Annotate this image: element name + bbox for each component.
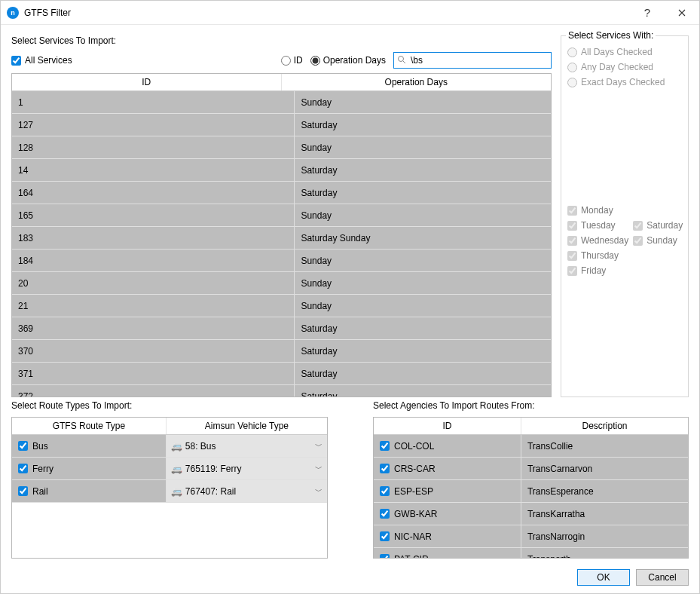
agencies-body[interactable]: COL-COLTransCollieCRS-CARTransCarnarvonE…: [374, 435, 688, 558]
service-days-cell: Sunday: [295, 204, 551, 226]
table-row[interactable]: 127Saturday: [12, 114, 551, 136]
table-row[interactable]: ESP-ESPTransEsperance: [374, 480, 688, 503]
agency-id-cell[interactable]: COL-COL: [374, 435, 521, 457]
agency-id-text: PAT-CIR: [394, 554, 429, 559]
agency-checkbox[interactable]: [380, 441, 390, 451]
service-days-cell: Saturday: [295, 317, 551, 339]
cancel-button[interactable]: Cancel: [636, 569, 689, 586]
service-id-cell: 184: [12, 250, 295, 271]
service-id-cell: 14: [12, 159, 295, 181]
table-row[interactable]: 184Sunday: [12, 250, 551, 272]
aimsun-type-combo[interactable]: 🚐58: Bus﹀: [167, 435, 327, 457]
agency-checkbox[interactable]: [380, 509, 390, 519]
ok-button[interactable]: OK: [577, 569, 630, 586]
table-row[interactable]: NIC-NARTransNarrogin: [374, 525, 688, 548]
friday-checkbox[interactable]: Friday: [567, 265, 628, 276]
radio-id-input[interactable]: [281, 56, 291, 66]
table-row[interactable]: 165Sunday: [12, 204, 551, 227]
table-row[interactable]: 183Saturday Sunday: [12, 227, 551, 250]
table-row[interactable]: 371Saturday: [12, 363, 551, 385]
sunday-checkbox[interactable]: Sunday: [633, 235, 683, 246]
col-agency-desc-header[interactable]: Description: [521, 418, 688, 434]
all-days-checked-radio[interactable]: All Days Checked: [567, 47, 682, 57]
col-id-header[interactable]: ID: [12, 74, 282, 90]
table-row[interactable]: CRS-CARTransCarnarvon: [374, 458, 688, 480]
route-type-cell[interactable]: Bus: [12, 435, 167, 457]
aimsun-type-value: 58: Bus: [185, 441, 216, 452]
agency-checkbox[interactable]: [380, 464, 390, 473]
search-by-id-radio[interactable]: ID: [281, 55, 303, 66]
search-input[interactable]: [409, 54, 548, 66]
table-row[interactable]: 1Sunday: [12, 91, 551, 114]
col-agency-id-header[interactable]: ID: [374, 418, 521, 434]
service-days-cell: Saturday: [295, 182, 551, 204]
tuesday-checkbox[interactable]: Tuesday: [567, 220, 628, 231]
agency-checkbox[interactable]: [380, 554, 390, 558]
thursday-checkbox[interactable]: Thursday: [567, 250, 628, 261]
table-row[interactable]: GWB-KARTransKarratha: [374, 503, 688, 525]
table-row[interactable]: 372Saturday: [12, 385, 551, 397]
table-row[interactable]: 164Saturday: [12, 182, 551, 204]
services-table: ID Operation Days 1Sunday127Saturday128S…: [11, 73, 552, 397]
route-types-panel: Select Route Types To Import: GTFS Route…: [11, 400, 328, 559]
any-day-checked-radio[interactable]: Any Day Checked: [567, 62, 682, 72]
saturday-checkbox[interactable]: Saturday: [633, 220, 683, 231]
wednesday-checkbox[interactable]: Wednesday: [567, 235, 628, 246]
col-aimsun-type-header[interactable]: Aimsun Vehicle Type: [167, 418, 327, 434]
route-type-checkbox[interactable]: [18, 486, 28, 496]
route-type-cell[interactable]: Rail: [12, 480, 167, 502]
all-services-checkbox[interactable]: All Services: [11, 55, 72, 66]
agency-id-cell[interactable]: ESP-ESP: [374, 480, 521, 502]
vehicle-icon: 🚐: [171, 441, 182, 452]
table-row[interactable]: 14Saturday: [12, 159, 551, 182]
agency-id-text: ESP-ESP: [394, 486, 433, 497]
route-type-checkbox[interactable]: [18, 441, 28, 451]
services-table-body[interactable]: 1Sunday127Saturday128Sunday14Saturday164…: [12, 91, 551, 397]
days-grid: Monday Tuesday Saturday Wednesday Sunday…: [567, 205, 682, 276]
col-opdays-header[interactable]: Operation Days: [282, 74, 552, 90]
agency-id-cell[interactable]: NIC-NAR: [374, 525, 521, 547]
route-types-body[interactable]: Bus🚐58: Bus﹀Ferry🚐765119: Ferry﹀Rail🚐767…: [12, 435, 327, 558]
search-box[interactable]: [393, 52, 552, 69]
dialog-window: n GTFS Filter ? Select Services To Impor…: [0, 0, 700, 594]
search-by-opdays-radio[interactable]: Operation Days: [310, 55, 386, 66]
close-button[interactable]: [665, 1, 699, 25]
all-services-input[interactable]: [11, 56, 21, 66]
monday-checkbox[interactable]: Monday: [567, 205, 628, 216]
radio-opdays-input[interactable]: [310, 56, 320, 66]
dialog-footer: OK Cancel: [1, 565, 699, 593]
aimsun-type-combo[interactable]: 🚐767407: Rail﹀: [167, 480, 327, 502]
aimsun-type-combo[interactable]: 🚐765119: Ferry﹀: [167, 458, 327, 479]
route-type-checkbox[interactable]: [18, 464, 28, 473]
service-days-cell: Sunday: [295, 91, 551, 113]
col-gtfs-type-header[interactable]: GTFS Route Type: [12, 418, 167, 434]
services-with-label: Select Services With:: [566, 30, 656, 41]
title-bar: n GTFS Filter ?: [1, 1, 699, 25]
agencies-head: ID Description: [374, 418, 688, 435]
table-row[interactable]: 21Sunday: [12, 295, 551, 317]
service-id-cell: 372: [12, 385, 295, 397]
table-row[interactable]: 369Saturday: [12, 317, 551, 340]
help-button[interactable]: ?: [630, 1, 665, 25]
route-type-cell[interactable]: Ferry: [12, 458, 167, 479]
table-row[interactable]: 370Saturday: [12, 340, 551, 363]
agencies-label: Select Agencies To Import Routes From:: [373, 400, 689, 411]
table-row[interactable]: PAT-CIRTransperth: [374, 548, 688, 558]
services-with-radios: All Days Checked Any Day Checked Exact D…: [567, 47, 682, 87]
agency-checkbox[interactable]: [380, 486, 390, 496]
table-row[interactable]: 20Sunday: [12, 272, 551, 295]
service-days-cell: Saturday: [295, 385, 551, 397]
agency-desc-cell: TransCarnarvon: [521, 458, 688, 479]
table-row[interactable]: 128Sunday: [12, 136, 551, 159]
exact-days-checked-radio[interactable]: Exact Days Checked: [567, 77, 682, 87]
radio-icon: [567, 63, 577, 72]
agency-id-cell[interactable]: PAT-CIR: [374, 548, 521, 558]
table-row[interactable]: COL-COLTransCollie: [374, 435, 688, 458]
lower-area: Select Route Types To Import: GTFS Route…: [11, 400, 689, 559]
agency-checkbox[interactable]: [380, 531, 390, 541]
vehicle-icon: 🚐: [171, 464, 182, 474]
agency-desc-cell: TransEsperance: [521, 480, 688, 502]
agency-id-cell[interactable]: GWB-KAR: [374, 503, 521, 525]
agency-id-cell[interactable]: CRS-CAR: [374, 458, 521, 479]
agency-desc-cell: TransNarrogin: [521, 525, 688, 547]
